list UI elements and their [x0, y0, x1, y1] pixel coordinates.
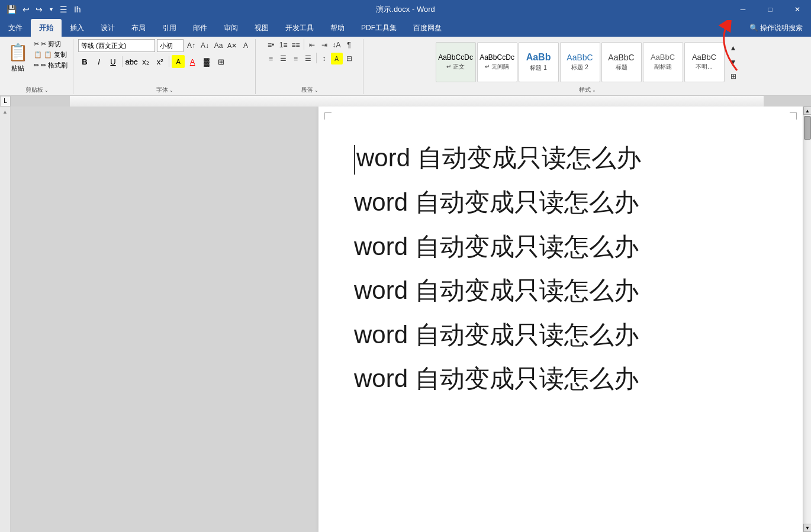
- clipboard-expand-icon[interactable]: ⌄: [44, 88, 49, 93]
- text-effect-button[interactable]: A: [240, 40, 252, 51]
- decrease-indent-button[interactable]: ⇤: [306, 39, 318, 51]
- tab-help[interactable]: 帮助: [322, 19, 353, 37]
- font-shrink-button[interactable]: A↓: [199, 40, 211, 51]
- scroll-up-button[interactable]: ▲: [803, 107, 811, 115]
- clipboard-small-buttons: ✂ ✂ 剪切 📋 📋 复制 ✏ ✏ 格式刷: [32, 39, 69, 70]
- doc-line-6[interactable]: word 自动变成只读怎么办: [354, 363, 767, 395]
- style-heading2[interactable]: AaBbC 标题 2: [560, 42, 600, 82]
- customize-qa-button[interactable]: ▼: [47, 5, 56, 14]
- styles-scroll-down[interactable]: ▼: [728, 56, 739, 68]
- align-center-button[interactable]: ☰: [278, 53, 289, 65]
- font-name-input[interactable]: [78, 39, 155, 52]
- styles-expand-icon[interactable]: ⌄: [592, 88, 596, 93]
- superscript-button[interactable]: x²: [153, 55, 166, 68]
- tab-search-ops[interactable]: 🔍 操作说明搜索: [741, 19, 811, 37]
- style-cards-container: AaBbCcDc ↵ 正文 AaBbCcDc ↵ 无间隔 AaBb 标题 1 A…: [436, 42, 725, 82]
- paste-button[interactable]: 📋 粘贴: [5, 39, 31, 74]
- clear-format-button[interactable]: A✕: [226, 40, 238, 51]
- font-color-button[interactable]: A: [186, 55, 199, 68]
- text-highlight-button[interactable]: A: [172, 55, 185, 68]
- strikethrough-button[interactable]: abc: [125, 55, 138, 68]
- document-area[interactable]: word 自动变成只读怎么办 word 自动变成只读怎么办 word 自动变成只…: [11, 107, 811, 532]
- style-subtitle[interactable]: AaBbC 副标题: [643, 42, 683, 82]
- copy-icon: 📋: [34, 51, 42, 59]
- undo-button[interactable]: ↩: [21, 4, 31, 15]
- vertical-scrollbar: ▲ ▼: [803, 107, 811, 532]
- doc-line-5[interactable]: word 自动变成只读怎么办: [354, 319, 767, 352]
- redo-button[interactable]: ↪: [34, 4, 44, 15]
- increase-indent-button[interactable]: ⇥: [318, 39, 330, 51]
- style-normal[interactable]: AaBbCcDc ↵ 正文: [436, 42, 476, 82]
- tab-stop-button[interactable]: L: [0, 96, 11, 107]
- font-grow-button[interactable]: A↑: [185, 40, 197, 51]
- tab-pdf-tools[interactable]: PDF工具集: [353, 19, 405, 37]
- ruler-marker-1: ▲: [0, 109, 10, 115]
- styles-scroll-up[interactable]: ▲: [728, 42, 739, 54]
- tab-layout[interactable]: 布局: [123, 19, 154, 37]
- scroll-down-button[interactable]: ▼: [803, 524, 811, 532]
- style-emphasis-preview: AaBbC: [692, 53, 716, 62]
- sort-button[interactable]: ↕A: [331, 39, 343, 51]
- save-button[interactable]: 💾: [5, 4, 18, 15]
- format-painter-button[interactable]: ✏ ✏ 格式刷: [32, 60, 69, 70]
- style-heading2-label: 标题 2: [571, 63, 588, 72]
- show-formatting-button[interactable]: ¶: [343, 39, 355, 51]
- clipboard-group-label: 剪贴板: [25, 86, 43, 94]
- line-spacing-button[interactable]: ↕: [318, 53, 330, 65]
- font-group-label: 字体: [156, 86, 168, 94]
- justify-button[interactable]: ☰: [302, 53, 314, 65]
- font-size-input[interactable]: [157, 39, 184, 52]
- styles-more[interactable]: ⊞: [728, 70, 739, 82]
- italic-button[interactable]: I: [92, 55, 105, 68]
- style-title-preview: AaBbC: [608, 53, 634, 62]
- bold-button[interactable]: B: [78, 55, 91, 68]
- style-emphasis[interactable]: AaBbC 不明...: [684, 42, 725, 82]
- tab-design[interactable]: 设计: [92, 19, 123, 37]
- align-left-button[interactable]: ≡: [265, 53, 277, 65]
- tab-developer[interactable]: 开发工具: [277, 19, 322, 37]
- para-expand-icon[interactable]: ⌄: [314, 88, 318, 93]
- doc-line-1[interactable]: word 自动变成只读怎么办: [354, 142, 767, 175]
- tab-references[interactable]: 引用: [154, 19, 185, 37]
- multilevel-list-button[interactable]: ≡≡: [290, 39, 302, 51]
- subscript-button[interactable]: x₂: [139, 55, 152, 68]
- text-cursor: [354, 145, 355, 175]
- cut-button[interactable]: ✂ ✂ 剪切: [32, 39, 69, 49]
- numbering-button[interactable]: 1≡: [278, 39, 289, 51]
- page-corner-tr: [790, 112, 797, 120]
- scroll-track[interactable]: [803, 141, 811, 524]
- style-no-spacing[interactable]: AaBbCcDc ↵ 无间隔: [477, 42, 517, 82]
- font-group: A↑ A↓ Aa A✕ A B I U abc x₂ x² A A ▓ ⊞: [75, 39, 256, 94]
- scroll-thumb[interactable]: [804, 116, 811, 140]
- underline-button[interactable]: U: [107, 55, 120, 68]
- maximize-button[interactable]: □: [757, 0, 784, 19]
- doc-line-2[interactable]: word 自动变成只读怎么办: [354, 186, 767, 219]
- border-para-button[interactable]: ⊟: [343, 53, 355, 65]
- tab-view[interactable]: 视图: [246, 19, 277, 37]
- change-case-button[interactable]: Aa: [213, 40, 224, 51]
- tab-home[interactable]: 开始: [31, 19, 62, 37]
- tab-file[interactable]: 文件: [0, 19, 31, 37]
- doc-line-4[interactable]: word 自动变成只读怎么办: [354, 275, 767, 307]
- shading-button[interactable]: A: [331, 53, 343, 65]
- align-right-button[interactable]: ≡: [290, 53, 302, 65]
- doc-line-3[interactable]: word 自动变成只读怎么办: [354, 231, 767, 263]
- style-normal-preview: AaBbCcDc: [438, 53, 473, 62]
- para-sep-1: [304, 39, 304, 50]
- text-shading-button[interactable]: ▓: [200, 55, 213, 68]
- page-content[interactable]: word 自动变成只读怎么办 word 自动变成只读怎么办 word 自动变成只…: [318, 107, 803, 532]
- tab-insert[interactable]: 插入: [62, 19, 92, 37]
- close-button[interactable]: ✕: [784, 0, 811, 19]
- border-button[interactable]: ⊞: [214, 55, 227, 68]
- horizontal-ruler: [11, 96, 811, 107]
- touch-mode-button[interactable]: ☰: [58, 4, 69, 15]
- style-heading1[interactable]: AaBb 标题 1: [519, 42, 559, 82]
- tab-review[interactable]: 审阅: [215, 19, 246, 37]
- font-expand-icon[interactable]: ⌄: [169, 88, 173, 93]
- minimize-button[interactable]: ─: [729, 0, 757, 19]
- style-title[interactable]: AaBbC 标题: [601, 42, 642, 82]
- bullets-button[interactable]: ≡•: [265, 39, 277, 51]
- tab-mailings[interactable]: 邮件: [185, 19, 215, 37]
- copy-button[interactable]: 📋 📋 复制: [32, 50, 69, 60]
- tab-baidu-pan[interactable]: 百度网盘: [405, 19, 450, 37]
